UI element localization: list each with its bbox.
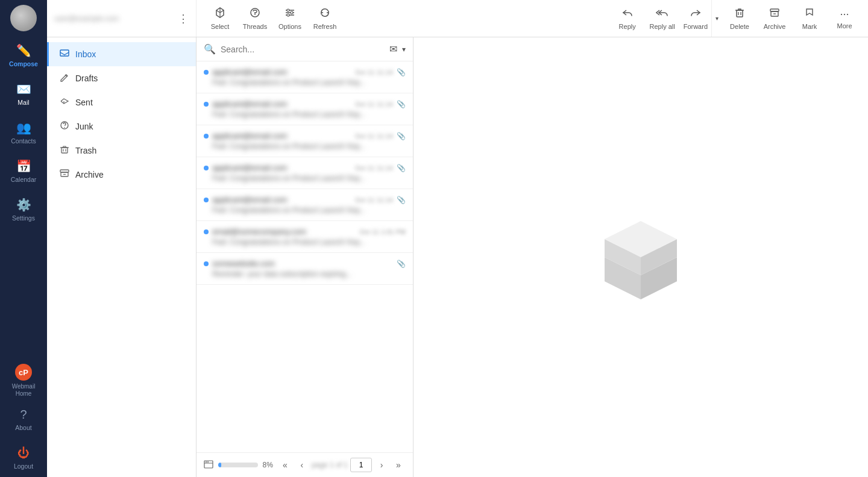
left-navigation: ✏️ Compose ✉️ Mail 👥 Contacts 📅 Calendar… <box>0 0 47 477</box>
settings-label: Settings <box>12 214 35 222</box>
search-input[interactable] <box>221 45 385 54</box>
more-button[interactable]: ··· More <box>827 0 862 37</box>
svg-point-29 <box>207 461 209 463</box>
select-icon <box>215 7 225 21</box>
filter-mail-icon[interactable]: ✉ <box>389 43 397 55</box>
sidebar-item-junk[interactable]: Junk <box>47 114 196 139</box>
drafts-icon <box>60 72 69 84</box>
sidebar-item-archive[interactable]: Archive <box>47 163 196 187</box>
email-list-item[interactable]: somewebsite.com 📎 Reminder: your data su… <box>197 253 413 285</box>
reply-label: Reply <box>619 23 636 30</box>
folder-sidebar: Inbox Drafts Sent <box>47 37 197 477</box>
sidebar-item-trash[interactable]: Trash <box>47 139 196 163</box>
nav-item-mail[interactable]: ✉️ Mail <box>0 75 47 113</box>
refresh-button[interactable]: Refresh <box>307 0 342 37</box>
prev-page-button[interactable]: ‹ <box>295 458 309 472</box>
nav-item-settings[interactable]: ⚙️ Settings <box>0 190 47 229</box>
nav-item-contacts[interactable]: 👥 Contacts <box>0 113 47 152</box>
forward-dropdown-button[interactable]: ▾ <box>711 0 722 37</box>
forward-button[interactable]: Forward <box>680 0 711 37</box>
archive-button[interactable]: Archive <box>757 0 792 37</box>
search-bar: 🔍 ✉ ▾ <box>197 37 413 61</box>
storage-percentage: 8% <box>263 461 273 469</box>
drafts-label: Drafts <box>75 73 98 83</box>
email-preview-pane <box>414 37 868 477</box>
sidebar-item-drafts[interactable]: Drafts <box>47 66 196 90</box>
email-time: Oct 11 11:14 <box>355 164 393 172</box>
page-number-input[interactable] <box>350 458 372 472</box>
logout-icon: ⏻ <box>17 446 30 460</box>
logo-circle-icon <box>10 5 37 31</box>
email-subject: Reminder: your data subscription expirin… <box>204 270 406 278</box>
forward-label: Forward <box>684 23 708 30</box>
svg-rect-7 <box>737 10 743 17</box>
main-container: user@example.com ⋮ Select <box>47 0 868 477</box>
options-label: Options <box>278 23 301 30</box>
attachment-icon: 📎 <box>397 100 406 108</box>
toolbar-actions: Select Threads <box>197 0 868 37</box>
svg-rect-19 <box>61 148 68 153</box>
unread-indicator <box>204 166 209 170</box>
empty-state <box>574 197 707 317</box>
cpanel-icon: cP <box>15 364 32 381</box>
email-sender: applicant@email.com <box>212 163 351 172</box>
nav-item-compose[interactable]: ✏️ Compose <box>0 36 47 75</box>
unread-indicator <box>204 229 209 234</box>
reply-all-label: Reply all <box>650 23 675 30</box>
email-sender: applicant@email.com <box>212 195 351 204</box>
email-list-item[interactable]: email@somecompany.com Oct 11 1:01 PM Fwd… <box>197 221 413 253</box>
logout-label: Logout <box>14 463 33 470</box>
nav-item-calendar[interactable]: 📅 Calendar <box>0 152 47 190</box>
settings-icon: ⚙️ <box>16 198 31 212</box>
select-label: Select <box>211 23 230 30</box>
email-list-item[interactable]: applicant@email.com Oct 11 11:14 📎 Fwd: … <box>197 93 413 125</box>
first-page-button[interactable]: « <box>278 458 292 472</box>
app-logo <box>0 0 47 36</box>
email-list-item[interactable]: applicant@email.com Oct 11 11:14 📎 Fwd: … <box>197 61 413 93</box>
storage-progress-bar <box>218 463 258 467</box>
mail-icon: ✉️ <box>16 82 31 96</box>
next-page-button[interactable]: › <box>374 458 389 472</box>
sidebar-item-sent[interactable]: Sent <box>47 90 196 114</box>
nav-item-logout[interactable]: ⏻ Logout <box>0 438 47 477</box>
contacts-label: Contacts <box>11 137 36 145</box>
email-list-item[interactable]: applicant@email.com Oct 11 11:14 📎 Fwd: … <box>197 125 413 157</box>
last-page-button[interactable]: » <box>391 458 406 472</box>
unread-indicator <box>204 134 209 139</box>
sidebar-item-inbox[interactable]: Inbox <box>47 42 196 66</box>
email-list: 🔍 ✉ ▾ applicant@email.com Oct 11 11:14 📎… <box>197 37 414 477</box>
email-list-item[interactable]: applicant@email.com Oct 11 11:14 📎 Fwd: … <box>197 157 413 189</box>
threads-button[interactable]: Threads <box>237 0 272 37</box>
svg-point-5 <box>291 11 293 14</box>
mark-label: Mark <box>802 23 817 30</box>
attachment-icon: 📎 <box>397 132 406 140</box>
email-subject: Fwd: Congratulations on Product Launch! … <box>204 110 406 119</box>
about-icon: ? <box>20 408 27 422</box>
svg-point-6 <box>287 14 289 16</box>
email-time: Oct 11 11:14 <box>355 132 393 140</box>
options-button[interactable]: Options <box>272 0 307 37</box>
archive-label: Archive <box>75 170 104 179</box>
calendar-label: Calendar <box>11 176 37 183</box>
options-icon <box>285 7 295 21</box>
forward-button-group: Forward ▾ <box>680 0 722 37</box>
mark-button[interactable]: Mark <box>792 0 827 37</box>
unread-indicator <box>204 102 209 107</box>
content-area: Inbox Drafts Sent <box>47 37 868 477</box>
refresh-label: Refresh <box>313 23 337 30</box>
email-sender: applicant@email.com <box>212 131 351 140</box>
search-dropdown-button[interactable]: ▾ <box>402 45 406 54</box>
forward-icon <box>690 7 701 21</box>
nav-item-about[interactable]: ? About <box>0 400 47 438</box>
mark-icon <box>804 7 815 21</box>
reply-button[interactable]: Reply <box>610 0 645 37</box>
delete-button[interactable]: Delete <box>722 0 757 37</box>
pagination-controls: « ‹ page 1 of 1 › » <box>278 458 406 472</box>
email-list-item[interactable]: applicant@email.com Oct 11 11:14 📎 Fwd: … <box>197 189 413 221</box>
account-menu-button[interactable]: ⋮ <box>178 12 189 25</box>
email-time: Oct 11 11:14 <box>355 101 393 108</box>
select-button[interactable]: Select <box>203 0 237 37</box>
nav-item-webmail-home[interactable]: cP WebmailHome <box>0 361 47 400</box>
reply-all-button[interactable]: Reply all <box>645 0 680 37</box>
email-time: Oct 11 11:14 <box>355 196 393 204</box>
